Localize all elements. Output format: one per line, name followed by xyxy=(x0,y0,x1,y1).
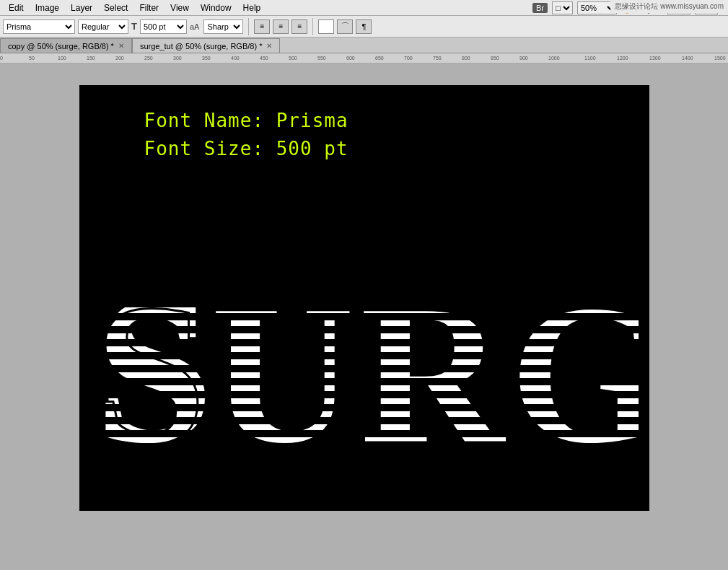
bridge-button[interactable]: Br xyxy=(532,3,548,13)
tab-surge-tut[interactable]: surge_tut @ 50% (surge, RGB/8) * ✕ xyxy=(132,38,281,53)
menu-edit[interactable]: Edit xyxy=(3,1,30,14)
text-color-box[interactable] xyxy=(318,19,334,34)
canvas-info-text: Font Name: Prisma Font Size: 500 pt xyxy=(144,107,348,163)
canvas-area: Font Name: Prisma Font Size: 500 pt xyxy=(0,63,728,570)
aa-label: aA xyxy=(190,22,199,31)
menu-bar: Edit Image Layer Select Filter View Wind… xyxy=(0,0,728,16)
warp-text-button[interactable]: ⌒ xyxy=(337,19,353,34)
font-size-label: Font Size: 500 pt xyxy=(144,135,348,163)
tab-surge-tut-close[interactable]: ✕ xyxy=(266,42,272,50)
surge-container: S SURGE SURGE xyxy=(79,215,649,489)
menu-layer[interactable]: Layer xyxy=(65,1,98,14)
font-size-select[interactable]: 500 pt xyxy=(140,19,187,34)
menu-window[interactable]: Window xyxy=(195,1,237,14)
align-center-button[interactable]: ≡ xyxy=(273,19,289,34)
align-left-button[interactable]: ≡ xyxy=(254,19,270,34)
menu-filter[interactable]: Filter xyxy=(133,1,165,14)
font-family-select[interactable]: Prisma xyxy=(3,19,75,34)
frame-select[interactable]: □ xyxy=(552,1,573,14)
top-logo: 思缘设计论坛 www.missyuan.com xyxy=(610,0,728,13)
tab-copy-label: copy @ 50% (surge, RGB/8) * xyxy=(8,42,114,51)
surge-svg: S SURGE SURGE xyxy=(90,229,639,475)
surge-text-outline: SURGE xyxy=(94,262,639,475)
separator-2 xyxy=(312,18,313,35)
tab-copy-close[interactable]: ✕ xyxy=(118,42,124,50)
ruler-content: 0 50 100 150 200 250 300 350 400 450 500… xyxy=(0,53,728,63)
options-bar: Prisma Regular T 500 pt aA Sharp ≡ ≡ ≡ ⌒… xyxy=(0,16,728,38)
character-palette-button[interactable]: ¶ xyxy=(356,19,372,34)
ruler: 0 50 100 150 200 250 300 350 400 450 500… xyxy=(0,53,728,63)
align-right-button[interactable]: ≡ xyxy=(291,19,307,34)
menu-select[interactable]: Select xyxy=(98,1,133,14)
anti-alias-select[interactable]: Sharp xyxy=(203,19,243,34)
tab-copy[interactable]: copy @ 50% (surge, RGB/8) * ✕ xyxy=(0,38,132,53)
menu-image[interactable]: Image xyxy=(30,1,65,14)
separator-1 xyxy=(248,18,249,35)
font-name-label: Font Name: Prisma xyxy=(144,107,348,135)
tabs-bar: copy @ 50% (surge, RGB/8) * ✕ surge_tut … xyxy=(0,38,728,53)
font-size-icon: T xyxy=(131,21,137,32)
menu-view[interactable]: View xyxy=(165,1,195,14)
menu-help[interactable]: Help xyxy=(237,1,267,14)
ps-canvas[interactable]: Font Name: Prisma Font Size: 500 pt xyxy=(79,85,649,511)
tab-surge-tut-label: surge_tut @ 50% (surge, RGB/8) * xyxy=(140,42,263,51)
font-style-select[interactable]: Regular xyxy=(78,19,128,34)
